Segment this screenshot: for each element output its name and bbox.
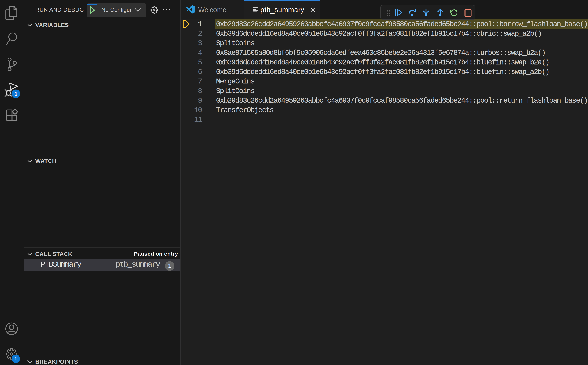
svg-text:1: 1 [14, 91, 17, 97]
